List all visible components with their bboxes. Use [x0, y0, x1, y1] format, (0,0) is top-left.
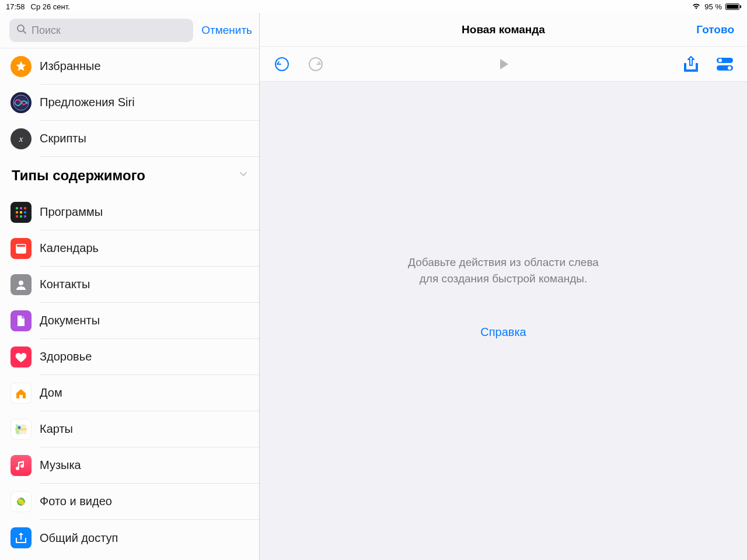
page-title: Новая команда	[462, 23, 545, 36]
apps-icon	[11, 202, 32, 223]
help-link[interactable]: Справка	[480, 324, 526, 341]
status-date: Ср 26 сент.	[31, 2, 70, 11]
cancel-button[interactable]: Отменить	[201, 24, 252, 37]
chevron-down-icon	[238, 169, 249, 182]
svg-point-31	[728, 66, 731, 69]
sidebar-item-contacts[interactable]: Контакты	[0, 267, 259, 303]
contacts-icon	[11, 274, 32, 295]
sidebar-item-label: Общий доступ	[40, 531, 118, 545]
documents-icon	[11, 310, 32, 331]
section-header-content-types[interactable]: Типы содержимого	[0, 157, 259, 194]
battery-icon	[725, 4, 741, 10]
done-button[interactable]: Готово	[696, 23, 734, 36]
search-input[interactable]	[32, 24, 186, 37]
svg-text:x: x	[19, 134, 23, 144]
sidebar-item-documents[interactable]: Документы	[0, 303, 259, 339]
sidebar-item-apps[interactable]: Программы	[0, 194, 259, 230]
sidebar-item-label: Здоровье	[40, 350, 92, 363]
script-icon: x	[11, 128, 32, 149]
sidebar-item-photos[interactable]: Фото и видео	[0, 484, 259, 520]
play-button[interactable]	[494, 55, 513, 74]
health-icon	[11, 346, 32, 368]
sidebar-item-label: Программы	[40, 205, 103, 219]
empty-state-text: Добавьте действия из области слева для с…	[399, 254, 609, 286]
sidebar-item-scripts[interactable]: x Скрипты	[0, 121, 259, 157]
sidebar-item-label: Фото и видео	[40, 495, 112, 508]
sidebar-item-sharing[interactable]: Общий доступ	[0, 520, 259, 556]
sidebar-item-label: Календарь	[40, 242, 99, 255]
svg-rect-5	[20, 207, 22, 209]
sidebar-item-label: Скрипты	[40, 132, 86, 145]
sidebar-item-label: Музыка	[40, 459, 81, 472]
share-icon	[11, 527, 32, 548]
editor-pane: Новая команда Готово	[260, 13, 747, 560]
svg-rect-9	[24, 211, 26, 214]
editor-header: Новая команда Готово	[260, 13, 747, 47]
sidebar-item-label: Карты	[40, 422, 73, 436]
maps-icon	[11, 419, 32, 440]
svg-point-29	[718, 58, 722, 62]
sidebar-item-health[interactable]: Здоровье	[0, 339, 259, 375]
search-icon	[16, 24, 27, 37]
svg-rect-11	[20, 215, 22, 218]
redo-button	[306, 55, 325, 74]
editor-toolbar	[260, 47, 747, 82]
svg-rect-8	[20, 211, 22, 214]
svg-rect-12	[24, 215, 26, 218]
svg-line-1	[23, 31, 26, 33]
status-bar: 17:58 Ср 26 сент. 95 %	[0, 0, 747, 13]
sidebar-item-calendar[interactable]: Календарь	[0, 230, 259, 267]
status-time: 17:58	[6, 2, 25, 11]
sidebar-item-maps[interactable]: Карты	[0, 411, 259, 447]
share-button[interactable]	[682, 55, 700, 74]
status-battery-pct: 95 %	[704, 2, 722, 11]
settings-toggles-button[interactable]	[715, 55, 734, 74]
wifi-icon	[692, 2, 701, 11]
sidebar-item-label: Дом	[40, 386, 62, 400]
svg-point-16	[19, 281, 23, 285]
section-title: Типы содержимого	[12, 167, 145, 184]
photos-icon	[11, 491, 32, 512]
star-icon	[11, 56, 32, 77]
sidebar-item-label: Предложения Siri	[40, 96, 135, 109]
sidebar-item-label: Документы	[40, 314, 100, 327]
home-icon	[11, 383, 32, 404]
sidebar-item-label: Контакты	[40, 278, 90, 291]
sidebar-item-label: Избранные	[40, 60, 101, 73]
sidebar-item-music[interactable]: Музыка	[0, 447, 259, 484]
calendar-icon	[11, 238, 32, 259]
undo-button[interactable]	[273, 55, 291, 74]
svg-rect-4	[16, 207, 18, 209]
search-field[interactable]	[9, 19, 193, 42]
empty-state: Добавьте действия из области слева для с…	[260, 82, 747, 560]
svg-rect-7	[16, 211, 18, 214]
svg-rect-6	[24, 207, 26, 209]
sidebar: Отменить Избранные Предложения Siri	[0, 13, 260, 560]
music-icon	[11, 455, 32, 476]
svg-rect-10	[16, 215, 18, 218]
svg-point-17	[18, 426, 21, 429]
siri-icon	[11, 92, 32, 113]
sidebar-item-favorites[interactable]: Избранные	[0, 48, 259, 85]
sidebar-item-siri[interactable]: Предложения Siri	[0, 85, 259, 121]
sidebar-item-home[interactable]: Дом	[0, 375, 259, 411]
